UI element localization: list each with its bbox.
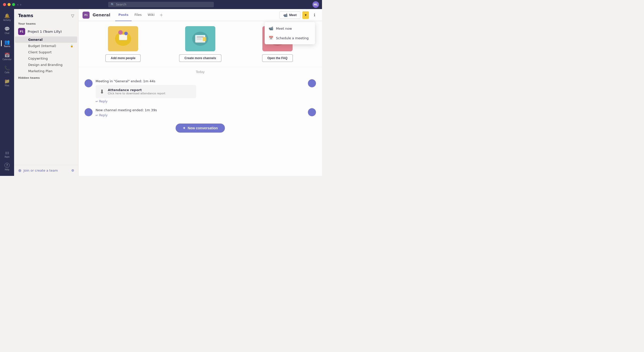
hidden-teams-label: Hidden teams <box>14 74 78 81</box>
settings-icon[interactable]: ⚙ <box>71 169 74 172</box>
tab-wiki[interactable]: Wiki <box>145 9 157 21</box>
message-text-1: Meeting in "General" ended: 1m 44s <box>96 79 305 83</box>
titlebar: ‹ › 🔍 Search ML <box>0 0 322 9</box>
reply-2[interactable]: ↩ Reply <box>96 113 305 117</box>
your-teams-label: Your teams <box>14 20 78 26</box>
sidebar-bottom: ⚏ Apps ? Help <box>1 148 13 176</box>
calls-icon: 📞 <box>4 65 10 71</box>
open-faq-button[interactable]: Open the FAQ <box>262 54 293 62</box>
lock-icon: 🔒 <box>70 45 73 47</box>
sidebar-item-calls[interactable]: 📞 Calls <box>1 63 13 75</box>
search-icon: 🔍 <box>111 3 114 6</box>
channel-marketing[interactable]: Marketing Plan <box>15 68 77 74</box>
card-illustration-yellow <box>108 26 138 51</box>
new-conversation-button[interactable]: ✦ New conversation <box>176 124 225 133</box>
channel-name-copy: Copywriting <box>28 57 73 60</box>
sidebar-item-apps[interactable]: ⚏ Apps <box>1 148 13 160</box>
maximize-button[interactable] <box>12 3 15 6</box>
window-controls <box>3 3 15 6</box>
reply-label-2: Reply <box>99 113 107 117</box>
tab-add[interactable]: + <box>157 9 165 21</box>
calendar-label: Calendar <box>3 58 12 61</box>
dropdown-schedule-meeting[interactable]: 📅 Schedule a meeting <box>265 33 315 43</box>
new-conversation-bar: ✦ New conversation <box>78 120 322 137</box>
create-channels-button[interactable]: Create more channels <box>179 54 221 62</box>
channel-name-client: Client Support <box>28 50 73 54</box>
add-people-button[interactable]: Add more people <box>105 54 141 62</box>
sidebar-item-help[interactable]: ? Help <box>1 161 13 173</box>
new-conv-label: New conversation <box>188 126 218 130</box>
dropdown-meet-now[interactable]: 📹 Meet now <box>265 24 315 33</box>
join-team-area[interactable]: ⊕ Join or create a team ⚙ <box>14 165 78 176</box>
channel-design[interactable]: Design and Branding <box>15 62 77 68</box>
info-button[interactable]: ℹ <box>311 12 318 19</box>
svg-rect-1 <box>119 34 127 40</box>
meet-label: Meet <box>289 13 297 17</box>
reply-icon-2: ↩ <box>96 113 98 117</box>
svg-point-3 <box>124 32 128 35</box>
sidebar-item-files[interactable]: 📁 Files <box>1 76 13 89</box>
meet-button[interactable]: 📹 Meet <box>279 11 300 19</box>
channel-name-budget: Budget (Internal) <box>28 44 69 48</box>
reply-1[interactable]: ↩ Reply <box>96 100 305 103</box>
team-name: Project 1 (Team Lilly) <box>28 30 68 33</box>
join-icon: ⊕ <box>18 168 21 173</box>
minimize-button[interactable] <box>8 3 11 6</box>
message-avatar-2 <box>85 108 93 116</box>
message-time-1 <box>308 79 316 87</box>
apps-icon: ⚏ <box>5 150 9 155</box>
back-arrow[interactable]: ‹ <box>17 3 19 7</box>
chat-label: Chat <box>5 32 10 34</box>
meet-dropdown-menu: 📹 Meet now 📅 Schedule a meeting <box>265 22 315 44</box>
meet-now-icon: 📹 <box>269 26 273 31</box>
files-label: Files <box>5 85 9 87</box>
attendance-sub: Click here to download attendance report <box>108 92 165 95</box>
search-bar[interactable]: 🔍 Search <box>108 2 214 7</box>
reply-icon-1: ↩ <box>96 100 98 103</box>
attendance-card[interactable]: ⬇ Attendance report Click here to downlo… <box>96 85 196 98</box>
channel-name-general: General <box>28 38 73 42</box>
user-avatar[interactable]: ML <box>312 1 319 8</box>
message-avatar-1 <box>85 79 93 87</box>
team-project1[interactable]: P1 Project 1 (Team Lilly) ··· <box>14 26 78 36</box>
channel-name-header: General <box>93 13 110 17</box>
sidebar-item-activity[interactable]: 🔔 Activity <box>1 11 13 23</box>
meet-dropdown-button[interactable]: ▾ <box>302 11 309 19</box>
chat-icon: 💬 <box>4 26 10 31</box>
sidebar-item-teams[interactable]: 👥 Teams <box>1 37 13 49</box>
sidebar-item-chat[interactable]: 💬 Chat <box>1 24 13 36</box>
team-avatar: P1 <box>18 28 25 35</box>
teams-panel: Teams ▽ Your teams P1 Project 1 (Team Li… <box>14 9 78 176</box>
channel-budget[interactable]: Budget (Internal) 🔒 <box>15 43 77 49</box>
meet-now-label: Meet now <box>276 27 292 30</box>
svg-rect-8 <box>203 37 206 41</box>
tab-files[interactable]: Files <box>132 9 145 21</box>
close-button[interactable] <box>3 3 6 6</box>
schedule-icon: 📅 <box>269 36 273 40</box>
channel-name-design: Design and Branding <box>28 63 73 67</box>
app-body: 🔔 Activity 💬 Chat 👥 Teams 📅 Calendar 📞 C… <box>0 9 322 176</box>
forward-arrow[interactable]: › <box>20 3 22 7</box>
channel-header: P1 General Posts Files Wiki + 📹 Meet ▾ ℹ <box>78 9 322 21</box>
search-placeholder: Search <box>116 3 126 6</box>
channel-name-marketing: Marketing Plan <box>28 69 73 73</box>
message-content-1: Meeting in "General" ended: 1m 44s ⬇ Att… <box>96 79 305 103</box>
channel-avatar: P1 <box>83 12 90 19</box>
svg-rect-7 <box>197 38 202 40</box>
attendance-card-info: Attendance report Click here to download… <box>108 88 165 95</box>
tab-posts[interactable]: Posts <box>115 9 131 21</box>
svg-rect-6 <box>197 36 204 37</box>
channel-copywriting[interactable]: Copywriting <box>15 55 77 62</box>
schedule-label: Schedule a meeting <box>276 36 309 40</box>
channel-client-support[interactable]: Client Support <box>15 49 77 55</box>
files-icon: 📁 <box>4 79 10 84</box>
reply-label-1: Reply <box>99 100 107 103</box>
card-create-channels: Create more channels <box>162 26 239 62</box>
titlebar-right: ML <box>312 1 319 8</box>
sidebar-item-calendar[interactable]: 📅 Calendar <box>1 50 13 62</box>
svg-point-2 <box>118 30 123 35</box>
channel-general[interactable]: General <box>15 36 77 43</box>
activity-icon: 🔔 <box>4 13 10 18</box>
filter-icon[interactable]: ▽ <box>71 13 74 18</box>
teams-icon: 👥 <box>4 39 10 45</box>
